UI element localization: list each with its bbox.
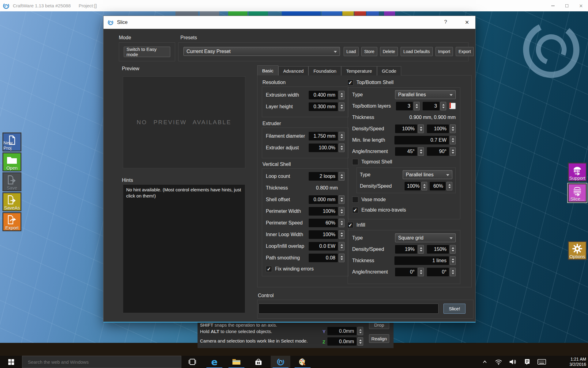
control-group-label: Control [258,293,274,298]
search-input[interactable] [22,356,181,368]
open-folder-icon [6,155,18,166]
craftware-logo-icon [2,2,10,10]
save-button[interactable]: Save [2,172,21,191]
switch-easy-mode-button[interactable]: Switch to Easy mode [124,47,170,57]
tab-temperature[interactable]: Temperature [341,66,377,75]
clock-date: 3/2/2016 [552,362,586,367]
store-preset-button[interactable]: Store [361,47,377,56]
export-preset-button[interactable]: Export [456,47,473,56]
toolbar-sliver [228,11,247,16]
paint-icon [298,358,307,366]
open-label: Open [6,165,18,171]
hints-label: Hints [122,178,133,183]
z-position-stepper[interactable]: 0.0mm [327,337,363,346]
y-position-value[interactable]: 0.0mm [327,327,356,335]
hint-line-1: SHIFT snaps the operation to an axis. [200,322,277,328]
toolbar-sliver [175,11,198,16]
start-button[interactable] [0,356,22,368]
file-explorer-taskbar-button[interactable] [227,356,246,368]
toolbar-sliver [200,11,219,16]
gear-icon [572,243,583,254]
open-button[interactable]: Open [2,152,21,171]
craftware-icon [276,358,285,366]
dialog-title: Slice [117,20,128,25]
tab-advanced[interactable]: Advanced [278,66,309,75]
save-icon [6,174,18,186]
hint-line-2: Hold ALT to clone selected objects. [200,329,272,334]
preset-buttons: Load Store Delete Load Defaults Import E… [344,47,474,56]
paint-taskbar-button[interactable] [293,356,312,368]
dialog-titlebar[interactable]: Slice ? × [104,16,475,29]
slice-button[interactable]: Slice! [443,304,466,314]
import-preset-button[interactable]: Import [435,47,453,56]
tray-expand-button[interactable] [480,356,489,368]
save-as-button[interactable]: SaveAs [2,192,21,211]
network-tray-button[interactable] [493,356,504,368]
file-explorer-icon [232,358,241,366]
toolbar-sliver [342,11,354,16]
volume-tray-button[interactable] [507,356,518,368]
project-label: Project:[] [79,3,97,8]
hints-box: No hint available. (Most control element… [123,184,245,313]
settings-tabs: Basic Advanced Foundation Temperature GC… [257,65,401,75]
toolbar-sliver [367,11,379,16]
load-defaults-button[interactable]: Load Defaults [401,47,432,56]
preset-select[interactable]: Current Easy Preset [183,47,340,56]
craftware-watermark-icon [502,14,588,94]
toolbar-sliver [384,11,395,16]
new-project-button[interactable]: New Proj [2,132,21,151]
load-preset-button[interactable]: Load [344,47,359,56]
support-icon [571,165,583,176]
task-view-button[interactable] [183,356,202,368]
tab-foundation[interactable]: Foundation [308,66,341,75]
tab-basic[interactable]: Basic [257,65,278,75]
export-button[interactable]: Export [2,212,21,231]
hints-text: No hint available. (Most control element… [126,187,241,198]
edge-icon: e [211,356,217,367]
minimize-button[interactable] [546,0,560,11]
tab-gcode[interactable]: GCode [377,66,401,75]
support-button[interactable]: Support [568,163,587,182]
new-document-icon [7,135,17,146]
dialog-close-button[interactable]: × [462,18,472,27]
slice-tool-label: Slice... [570,196,584,201]
taskbar-search[interactable] [22,356,181,368]
spin-down-icon [359,342,362,344]
slice-dialog: Slice ? × Mode Switch to Easy mode Prese… [103,16,476,323]
wifi-icon [495,359,502,365]
help-button[interactable]: ? [442,19,449,26]
y-position-stepper[interactable]: 0.0mm [327,327,363,335]
realign-button[interactable]: Realign [369,334,389,343]
toolbar-sliver [249,11,268,16]
y-axis-label: Y [322,329,326,334]
store-bag-icon [254,358,262,366]
z-spinner-buttons[interactable] [357,337,363,346]
export-icon [6,214,18,226]
support-label: Support [569,175,586,181]
task-view-icon [189,358,196,366]
save-as-icon [6,194,18,206]
basic-tab-page [257,75,472,287]
options-button[interactable]: Options [568,241,587,260]
store-taskbar-button[interactable] [249,356,268,368]
z-position-value[interactable]: 0.0mm [327,337,356,346]
spin-up-icon [359,339,362,341]
edge-taskbar-button[interactable]: e [205,356,224,368]
spin-down-icon [359,332,362,333]
spin-up-icon [359,329,362,331]
maximize-icon [565,4,568,7]
slice-tool-button[interactable]: Slice... [568,183,587,202]
craftware-taskbar-button[interactable] [271,356,290,368]
close-button[interactable]: × [574,0,588,11]
touch-keyboard-button[interactable] [535,356,548,368]
taskbar: e [0,356,588,368]
taskbar-clock[interactable]: 1:21 AM 3/2/2016 [552,356,586,368]
maximize-button[interactable] [560,0,574,11]
window-title: CraftWare 1.13 beta #25088 [13,3,71,8]
viewport-hint-panel: SHIFT snaps the operation to an axis. Ho… [198,320,394,348]
z-axis-label: Z [322,339,325,344]
action-center-button[interactable] [522,356,533,368]
delete-preset-button[interactable]: Delete [380,47,398,56]
craftware-logo-icon [107,19,114,26]
y-spinner-buttons[interactable] [357,327,363,335]
